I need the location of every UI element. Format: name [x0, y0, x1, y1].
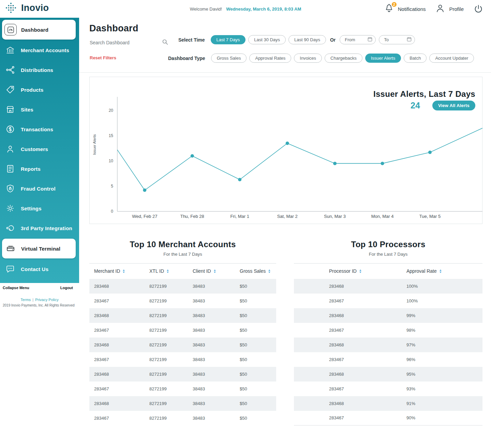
time-pill-last-7-days[interactable]: Last 7 Days: [211, 35, 246, 44]
type-pill-batch[interactable]: Batch: [404, 54, 427, 63]
reset-filters-link[interactable]: Reset Filters: [90, 55, 116, 60]
from-date-button[interactable]: From: [340, 35, 376, 44]
sort-icon[interactable]: [268, 269, 271, 273]
chart-title: Issuer Alerts, Last 7 Days: [373, 89, 475, 99]
sidebar-item-virtual-terminal[interactable]: Virtual Terminal: [2, 239, 76, 258]
sidebar-item-label: Dashboard: [21, 27, 48, 33]
sidebar-item-fraud-control[interactable]: Fraud Control: [0, 179, 79, 198]
table-cell: 38483: [188, 308, 235, 323]
sidebar-item-dashboard[interactable]: Dashboard: [2, 20, 76, 40]
dashboard-type-label: Dashboard Type: [168, 56, 205, 61]
table-cell: $50: [235, 382, 276, 396]
table-row: 283468827219938483$50: [89, 396, 276, 411]
table-cell: 90%: [383, 411, 482, 425]
table-cell: 283467: [89, 352, 145, 367]
table-row: 283467827219938483$50: [89, 411, 276, 425]
time-pill-last-30-days[interactable]: Last 30 Days: [248, 35, 286, 44]
svg-text:Fri, Mar 1: Fri, Mar 1: [230, 214, 249, 219]
sidebar-item-3rd-party-integration[interactable]: 3rd Party Integration: [0, 218, 79, 238]
sidebar-item-label: Settings: [21, 206, 42, 211]
sort-icon[interactable]: [166, 269, 169, 273]
svg-text:10: 10: [109, 159, 114, 163]
table-cell: 8272199: [145, 308, 188, 323]
svg-text:Wed, Feb 27: Wed, Feb 27: [132, 214, 157, 219]
table-cell: 283467: [294, 323, 383, 338]
table-cell: $50: [235, 294, 276, 308]
transactions-icon: [4, 123, 16, 135]
sites-icon: [4, 104, 16, 115]
time-pill-last-90-days[interactable]: Last 90 Days: [288, 35, 326, 44]
notifications-button[interactable]: 2 Notifications: [384, 3, 426, 15]
table-cell: $50: [235, 396, 276, 411]
type-pill-chargebacks[interactable]: Chargebacks: [325, 54, 362, 63]
sidebar-item-customers[interactable]: Customers: [0, 139, 79, 159]
issuer-alerts-chart: 05101520Wed, Feb 27Thu, Feb 28Fri, Mar 1…: [90, 94, 483, 224]
table-row: 28346897%: [294, 338, 482, 352]
table-cell: 283468: [89, 308, 145, 323]
sidebar-nav: DashboardMerchant AccountsDistributionsP…: [0, 18, 79, 283]
sort-icon[interactable]: [122, 269, 125, 273]
svg-text:15: 15: [109, 133, 114, 138]
column-header-approval-rate[interactable]: Approval Rate: [383, 264, 482, 279]
type-pill-invoices[interactable]: Invoices: [294, 54, 322, 63]
sidebar-item-sites[interactable]: Sites: [0, 100, 79, 119]
column-header-processor-id[interactable]: Processor ID: [294, 264, 383, 279]
svg-text:5: 5: [111, 184, 113, 189]
collapse-menu-button[interactable]: Collapse Menu: [3, 286, 29, 290]
table-cell: 283468: [294, 279, 383, 294]
table-cell: 283468: [89, 367, 145, 382]
fraud-control-icon: [4, 183, 16, 194]
datetime-text: Wednesday, March 6, 2019, 8:03 AM: [226, 6, 301, 12]
sidebar-item-contact-us[interactable]: Contact Us: [0, 259, 79, 279]
table-cell: 283468: [294, 396, 383, 411]
table-cell: 95%: [383, 367, 482, 382]
power-icon[interactable]: [473, 4, 483, 14]
sidebar-item-settings[interactable]: Settings: [0, 198, 79, 218]
type-pill-approval-rates[interactable]: Approval Rates: [249, 54, 291, 63]
table-cell: 38483: [188, 411, 235, 425]
table-cell: $50: [235, 323, 276, 338]
search-icon[interactable]: [161, 38, 169, 47]
terms-link[interactable]: Terms: [20, 298, 31, 302]
sidebar-item-distributions[interactable]: Distributions: [0, 60, 79, 80]
merchants-table-title: Top 10 Merchant Accounts: [89, 240, 276, 249]
sidebar-item-label: 3rd Party Integration: [21, 225, 72, 231]
type-pill-gross-sales[interactable]: Gross Sales: [211, 54, 247, 63]
sort-icon[interactable]: [213, 269, 217, 273]
contact-icon: [4, 263, 16, 275]
privacy-link[interactable]: Privacy Policy: [35, 298, 58, 302]
column-header-client-id[interactable]: Client ID: [188, 264, 235, 279]
sort-icon[interactable]: [359, 269, 362, 273]
table-row: 28346798%: [294, 323, 482, 338]
issuer-alerts-card: Issuer Alerts, Last 7 Days 24 View All A…: [89, 77, 482, 224]
table-cell: 8272199: [145, 279, 188, 294]
sort-icon[interactable]: [439, 269, 442, 273]
sidebar-item-reports[interactable]: Reports: [0, 159, 79, 179]
sidebar-item-transactions[interactable]: Transactions: [0, 119, 79, 139]
brand[interactable]: Inovio: [3, 2, 49, 14]
processors-table: Processor IDApproval Rate283468100%28346…: [294, 263, 482, 425]
table-row: 28346891%: [294, 396, 482, 411]
merchants-table: Merchant IDXTL IDClient IDGross Sales283…: [89, 263, 276, 425]
view-all-alerts-button[interactable]: View All Alerts: [432, 101, 475, 110]
to-date-button[interactable]: To: [379, 35, 415, 44]
table-cell: 283467: [89, 323, 145, 338]
column-header-xtl-id[interactable]: XTL ID: [145, 264, 188, 279]
table-row: 28346899%: [294, 308, 482, 323]
column-header-gross-sales[interactable]: Gross Sales: [235, 264, 276, 279]
sidebar-item-label: Merchant Accounts: [21, 47, 69, 53]
table-cell: 38483: [188, 382, 235, 396]
column-header-merchant-id[interactable]: Merchant ID: [89, 264, 145, 279]
type-pill-account-updater[interactable]: Account Updater: [429, 54, 474, 63]
sidebar-item-label: Fraud Control: [21, 186, 56, 192]
logout-button[interactable]: Logout: [60, 286, 73, 290]
table-row: 28346790%: [294, 411, 482, 425]
top-center: Welcome David! Wednesday, March 6, 2019,…: [190, 0, 301, 18]
profile-button[interactable]: Profile: [435, 3, 464, 15]
sidebar-item-products[interactable]: Products: [0, 80, 79, 100]
processors-table-block: Top 10 Processors For the Last 7 Days Pr…: [294, 240, 482, 425]
reports-icon: [4, 163, 16, 175]
type-pill-issuer-alerts[interactable]: Issuer Alerts: [365, 54, 401, 63]
search-input[interactable]: [90, 40, 158, 45]
sidebar-item-merchant-accounts[interactable]: Merchant Accounts: [0, 40, 79, 60]
